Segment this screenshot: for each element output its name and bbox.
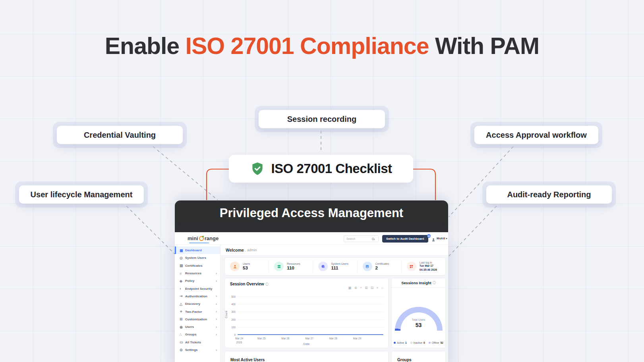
feature-audit-ready-reporting: Audit-ready Reporting [482, 181, 616, 208]
notifications-button[interactable]: 65 [423, 235, 430, 242]
chevron-right-icon: › [216, 272, 217, 275]
feature-user-lifecycle-management: User lifecycle Management [15, 181, 148, 208]
sidebar-item-system-users[interactable]: ◎ System Users [175, 254, 220, 262]
chevron-right-icon: › [216, 310, 217, 314]
logo-underline [189, 243, 209, 243]
x-tick: Mar 28 [329, 337, 337, 341]
sidebar-item-authentication[interactable]: ⇥ Authentication › [175, 293, 220, 300]
system-users-icon: ◎ [180, 256, 185, 260]
offline-dot-icon [429, 342, 431, 344]
infographic-canvas: Enable ISO 27001 Compliance With PAM Cre… [0, 0, 644, 362]
settings-gear-icon: ⚙ [180, 348, 185, 352]
feature-label: Audit-ready Reporting [486, 185, 612, 204]
sidebar-item-dashboard[interactable]: ▦ Dashboard [175, 246, 220, 254]
zoom-in-icon[interactable]: ⊞ [365, 286, 368, 290]
logo-prefix: mini [188, 235, 198, 241]
info-icon[interactable]: ⓘ [433, 281, 436, 285]
welcome-bar: Welcome , admin [220, 245, 448, 255]
search-input[interactable] [344, 237, 372, 240]
grid-plus-icon [407, 262, 416, 271]
legend-active[interactable]: Active1 [394, 341, 406, 344]
inactive-dot-icon [410, 342, 412, 344]
welcome-username: , admin [245, 248, 257, 252]
notification-count-badge: 65 [427, 234, 431, 238]
sessions-insight-title: Sessions Insightⓘ [392, 278, 445, 288]
sidebar-item-settings[interactable]: ⚙ Settings › [175, 346, 220, 354]
sidebar-item-certificates[interactable]: ▤ Certificates [175, 262, 220, 270]
sidebar-item-policy[interactable]: ◈ Policy › [175, 277, 220, 285]
sessions-zero-line [238, 334, 383, 335]
feature-label: User lifecycle Management [19, 185, 144, 204]
chevron-right-icon: › [216, 348, 217, 352]
sessions-insight-card: Sessions Insightⓘ Total Users 53 Active1… [391, 278, 446, 348]
zoom-icon[interactable]: ⊕ [354, 286, 357, 290]
feature-label: Session recording [259, 110, 385, 128]
discovery-icon: △ [180, 302, 185, 306]
bell-icon [423, 236, 427, 241]
stat-last-login: Last log in Tue Mar 17 04:35:46 2026 [402, 260, 445, 273]
legend-inactive[interactable]: Inactive0 [410, 341, 425, 344]
last-login-date: Tue Mar 17 [420, 264, 437, 268]
chevron-right-icon: › [216, 333, 217, 337]
credential-vaulting-connector [153, 146, 218, 200]
shield-check-icon [250, 161, 265, 176]
most-active-users-card: Most Active Users [224, 351, 389, 362]
search-icon[interactable] [372, 238, 374, 240]
sidebar-item-resources[interactable]: ≡ Resources › [175, 270, 220, 277]
sidebar-nav: ▦ Dashboard ◎ System Users ▤ Certificate… [175, 245, 220, 362]
switch-audit-dashboard-button[interactable]: Switch to Audit Dashboard [382, 235, 428, 243]
user-menu[interactable]: Mohit ▾ [437, 237, 447, 240]
gauge-legend: Active1 Inactive0 Offline52 [392, 341, 445, 344]
logo-suffix: range [205, 235, 219, 241]
stat-system-users: System Users 111 [313, 260, 357, 273]
server-icon [274, 262, 284, 271]
two-factor-icon: ✦ [180, 310, 185, 314]
chevron-down-icon: ▾ [446, 237, 447, 240]
pan-icon[interactable]: + [360, 286, 362, 290]
stat-users: Users 53 [225, 260, 269, 273]
badge-left-bracket [207, 169, 229, 200]
active-dot-icon [394, 342, 396, 344]
zoom-out-icon[interactable]: ⊟ [371, 286, 374, 290]
x-tick: Mar 29 [353, 337, 361, 341]
user-lifecycle-connector [126, 206, 175, 254]
sidebar-item-customization[interactable]: ⊞ Customization › [175, 316, 220, 323]
most-active-users-title: Most Active Users [230, 358, 265, 362]
endpoint-security-icon: ◐ [180, 287, 185, 291]
feature-session-recording: Session recording [255, 106, 389, 132]
stat-certificates: Certificates 2 [358, 260, 402, 273]
pam-dashboard-screenshot: minirange Switch to Audit Dashboard 65 [175, 232, 448, 362]
y-axis-label: Count [225, 311, 228, 318]
camera-icon[interactable]: ▣ [348, 286, 352, 290]
certificate-icon [363, 262, 372, 271]
legend-offline[interactable]: Offline52 [429, 341, 443, 344]
autoscale-icon[interactable]: × [376, 286, 378, 290]
user-name: Mohit [437, 237, 445, 240]
info-icon[interactable]: ⓘ [265, 283, 269, 286]
stat-resources: Resources 110 [269, 260, 313, 273]
sidebar-item-endpoint-security[interactable]: ◐ Endpoint Security [175, 285, 220, 292]
gauge-center-label: Total Users [392, 318, 445, 321]
tickets-icon: ▭ [180, 340, 185, 344]
chevron-right-icon: › [216, 294, 217, 298]
search-box [344, 235, 379, 242]
miniorange-logo[interactable]: minirange [188, 235, 219, 241]
sidebar-item-discovery[interactable]: △ Discovery › [175, 300, 220, 308]
sidebar-item-groups[interactable]: ∴ Groups › [175, 331, 220, 338]
sidebar-item-two-factor[interactable]: ✦ Two-Factor › [175, 308, 220, 315]
dashboard-header: minirange Switch to Audit Dashboard 65 [175, 232, 448, 245]
welcome-greeting: Welcome [226, 248, 244, 252]
reset-axes-icon[interactable]: ⌂ [381, 286, 383, 290]
certificates-icon: ▤ [180, 264, 185, 268]
feature-access-approval-workflow: Access Approval workflow [470, 122, 602, 148]
feature-label: Access Approval workflow [474, 126, 598, 144]
sidebar-item-all-tickets[interactable]: ▭ All Tickets [175, 339, 220, 346]
feature-label: Credential Vaulting [57, 126, 183, 144]
groups-title: Groups [397, 358, 412, 362]
user-avatar-icon[interactable] [431, 236, 435, 243]
x-tick: Mar 27 [305, 337, 313, 341]
session-overview-card: Session Overviewⓘ ▣ ⊕ + ⊞ ⊟ × ⌂ Count 50… [224, 278, 389, 348]
x-tick: Mar 26 [281, 337, 289, 341]
sidebar-item-users[interactable]: ◉ Users › [175, 323, 220, 331]
x-tick: Mar 25 [257, 337, 265, 341]
